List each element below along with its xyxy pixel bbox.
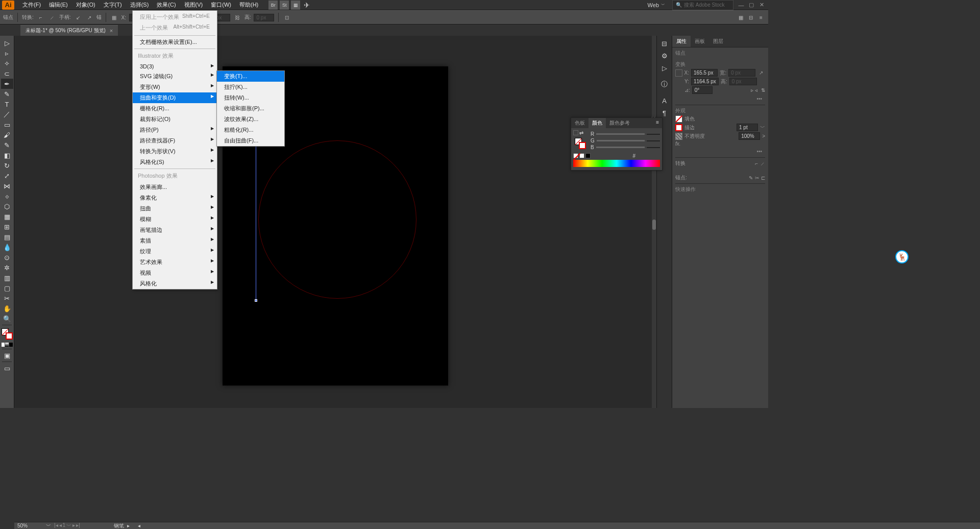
setup-icon[interactable]: ⊟ xyxy=(747,13,755,21)
tweak-effect[interactable]: 扭拧(K)... xyxy=(217,82,284,92)
cp-none-swatch[interactable] xyxy=(573,153,578,158)
handle-in-icon[interactable]: ↙ xyxy=(74,13,82,21)
convert-corner-icon[interactable]: ⌐ xyxy=(755,161,758,166)
effect-rasterize[interactable]: 栅格化(R)... xyxy=(133,103,217,114)
effect-gallery[interactable]: 效果画廊... xyxy=(133,182,217,193)
transform-effect[interactable]: 变换(T)... xyxy=(217,71,284,82)
opacity-input[interactable]: 100% xyxy=(739,132,760,140)
cp-fill-stroke-icon[interactable] xyxy=(575,138,586,149)
isolate-icon[interactable]: ⊡ xyxy=(283,13,291,21)
menu-help[interactable]: 帮助(H) xyxy=(235,0,262,10)
menu-view[interactable]: 视图(V) xyxy=(180,0,207,10)
vertical-scrollbar[interactable] xyxy=(652,36,656,408)
stock-icon[interactable]: St xyxy=(280,1,289,10)
effect-stylize-ps[interactable]: 风格化 xyxy=(133,278,217,289)
effect-3d[interactable]: 3D(3) xyxy=(133,62,217,71)
perspective-grid-tool-icon[interactable]: ▦ xyxy=(1,211,13,222)
character-icon[interactable]: A xyxy=(658,95,671,106)
paragraph-icon[interactable]: ¶ xyxy=(658,107,671,118)
menu-object[interactable]: 对象(O) xyxy=(72,0,100,10)
bridge-icon[interactable]: Br xyxy=(268,1,278,10)
menu-edit[interactable]: 编辑(E) xyxy=(45,0,72,10)
flip-h-icon[interactable]: ▹◃ xyxy=(751,87,759,93)
effect-brush-strokes[interactable]: 画笔描边 xyxy=(133,225,217,235)
pen-tool-icon[interactable]: ✒ xyxy=(1,79,13,89)
menu-select[interactable]: 选择(S) xyxy=(126,0,153,10)
properties-collapse-icon[interactable]: ⊟ xyxy=(658,38,671,49)
width-tool-icon[interactable]: ⋈ xyxy=(1,181,13,191)
reference-point-icon[interactable] xyxy=(675,69,682,77)
artboard-tool-icon[interactable]: ▢ xyxy=(1,283,13,293)
menu-window[interactable]: 窗口(W) xyxy=(207,0,235,10)
remove-anchor-icon[interactable]: ✎ xyxy=(749,175,753,181)
effect-blur[interactable]: 模糊 xyxy=(133,214,217,225)
type-tool-icon[interactable]: T xyxy=(1,99,13,109)
roughen-effect[interactable]: 粗糙化(R)... xyxy=(217,125,284,135)
arrange-icon[interactable]: ▦ xyxy=(291,1,300,10)
stroke-weight-input[interactable]: 1 pt xyxy=(737,124,758,131)
ref-point-icon[interactable]: ▦ xyxy=(110,13,118,21)
shape-builder-tool-icon[interactable]: ⬡ xyxy=(1,201,13,211)
apply-last-effect[interactable]: 应用上一个效果Shift+Ctrl+E xyxy=(133,12,217,22)
tab-layers[interactable]: 图层 xyxy=(709,36,727,47)
corner-point-icon[interactable]: ⌐ xyxy=(37,13,45,21)
free-distort-effect[interactable]: 自由扭曲(F)... xyxy=(217,135,284,146)
tab-color-guide[interactable]: 颜色参考 xyxy=(606,118,633,128)
effect-path[interactable]: 路径(P) xyxy=(133,125,217,135)
magic-wand-tool-icon[interactable]: ✧ xyxy=(1,58,13,68)
cp-black-swatch[interactable] xyxy=(585,153,591,158)
gear-icon[interactable]: ⚙ xyxy=(658,50,671,61)
eyedropper-tool-icon[interactable]: 💧 xyxy=(1,242,13,252)
h-input[interactable]: 0 px xyxy=(254,14,274,21)
transform-more-icon[interactable]: ••• xyxy=(675,95,765,103)
effect-stylize[interactable]: 风格化(S) xyxy=(133,157,217,167)
play-icon[interactable]: ▷ xyxy=(658,62,671,74)
appearance-more-icon[interactable]: ••• xyxy=(675,148,765,155)
column-graph-tool-icon[interactable]: ▥ xyxy=(1,273,13,283)
stroke-only-icon[interactable]: ↗ xyxy=(757,70,765,76)
opacity-swatch[interactable] xyxy=(675,133,682,140)
color-mode-icons[interactable] xyxy=(2,343,13,347)
connect-path-icon[interactable]: ⊏ xyxy=(761,175,765,181)
shaper-tool-icon[interactable]: ✎ xyxy=(1,140,13,150)
maximize-button[interactable]: ▢ xyxy=(747,1,756,10)
effect-convert-shape[interactable]: 转换为形状(V) xyxy=(133,146,217,157)
slice-tool-icon[interactable]: ✂ xyxy=(1,293,13,303)
smooth-point-icon[interactable]: ⟋ xyxy=(48,13,56,21)
paintbrush-tool-icon[interactable]: 🖌 xyxy=(1,130,13,140)
close-tab-icon[interactable]: × xyxy=(110,28,113,34)
link-wh-icon[interactable]: ⛓ xyxy=(233,13,241,21)
close-button[interactable]: ✕ xyxy=(757,1,766,10)
effect-pathfinder[interactable]: 路径查找器(F) xyxy=(133,135,217,146)
workspace-switcher[interactable]: Web﹀ xyxy=(644,1,669,9)
circle-path[interactable] xyxy=(258,140,416,299)
r-value[interactable] xyxy=(647,134,660,135)
doc-raster-settings[interactable]: 文档栅格效果设置(E)... xyxy=(133,37,217,47)
fill-swatch[interactable] xyxy=(675,115,682,123)
convert-smooth-icon[interactable]: ⟋ xyxy=(760,161,765,166)
lasso-tool-icon[interactable]: ⊂ xyxy=(1,68,13,79)
effect-distort-transform[interactable]: 扭曲和变换(D) xyxy=(133,92,217,103)
selected-path-segment[interactable] xyxy=(256,141,256,301)
cp-reverse-icon[interactable]: ⇄ xyxy=(579,130,583,136)
zoom-tool-icon[interactable]: 🔍 xyxy=(1,314,13,324)
cp-white-swatch[interactable] xyxy=(579,153,584,158)
effect-sketch[interactable]: 素描 xyxy=(133,235,217,246)
fill-stroke-icon[interactable] xyxy=(2,328,13,340)
r-slider[interactable] xyxy=(596,133,645,135)
tab-swatches[interactable]: 色板 xyxy=(571,118,589,128)
info-icon[interactable]: ⓘ xyxy=(658,79,671,90)
pucker-bloat-effect[interactable]: 收缩和膨胀(P)... xyxy=(217,103,284,114)
twist-effect[interactable]: 扭转(W)... xyxy=(217,92,284,103)
effect-warp[interactable]: 变形(W) xyxy=(133,82,217,92)
zigzag-effect[interactable]: 波纹效果(Z)... xyxy=(217,114,284,125)
align-pixel-icon[interactable]: ▦ xyxy=(737,13,745,21)
scale-tool-icon[interactable]: ⤢ xyxy=(1,171,13,181)
prop-x-input[interactable]: 165.5 px xyxy=(691,69,718,77)
hand-tool-icon[interactable]: ✋ xyxy=(1,303,13,314)
b-value[interactable] xyxy=(647,147,660,148)
b-slider[interactable] xyxy=(596,147,645,148)
direct-selection-tool-icon[interactable]: ▹ xyxy=(1,48,13,58)
eraser-tool-icon[interactable]: ◧ xyxy=(1,150,13,160)
effect-crop-marks[interactable]: 裁剪标记(O) xyxy=(133,114,217,125)
